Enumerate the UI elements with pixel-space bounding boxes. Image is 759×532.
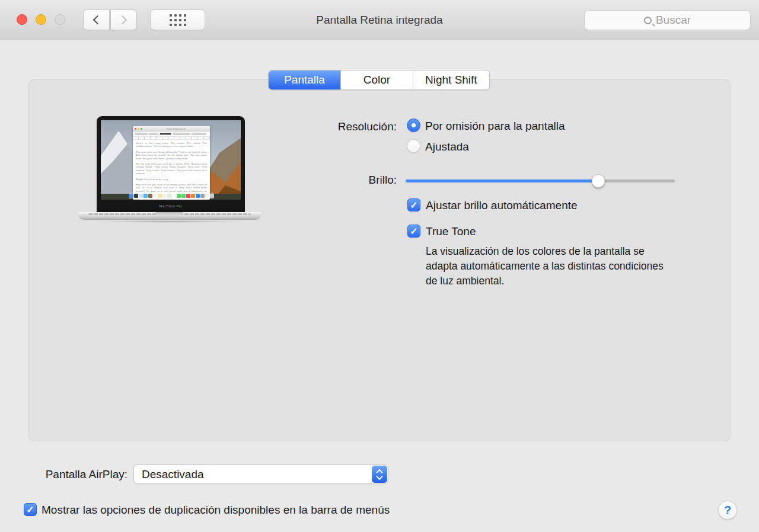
question-mark-icon: ? (724, 504, 731, 517)
search-input[interactable]: Buscar (584, 10, 751, 30)
mirroring-checkbox[interactable]: ✓ (24, 503, 37, 516)
checkmark-icon: ✓ (26, 504, 34, 515)
textedit-paragraph: Here's to the crazy ones. The misfits. T… (136, 142, 207, 148)
system-preferences-window: Pantalla Retina integrada Buscar Pantall… (0, 0, 759, 532)
dock (129, 193, 214, 199)
brightness-label: Brillo: (266, 174, 397, 187)
auto-brightness-checkbox[interactable]: ✓ (407, 198, 420, 211)
chevron-left-icon (93, 15, 103, 25)
brightness-slider[interactable] (406, 174, 675, 188)
macbook-wallpaper: Think Different.rtf Here's to the crazy … (101, 120, 241, 200)
radio-default-resolution-label[interactable]: Por omisión para la pantalla (425, 120, 565, 133)
grid-icon (170, 14, 186, 26)
dock-icon-appstore (196, 194, 200, 198)
auto-brightness-label[interactable]: Ajustar brillo automáticamente (426, 199, 578, 212)
display-settings-panel: Think Different.rtf Here's to the crazy … (28, 79, 731, 441)
dock-icon-document (205, 194, 209, 198)
textedit-paragraph: The ones who see things differently. The… (136, 150, 207, 160)
radio-scaled-resolution-label[interactable]: Ajustada (425, 140, 469, 153)
close-button[interactable] (17, 14, 27, 25)
textedit-window: Think Different.rtf Here's to the crazy … (133, 126, 210, 200)
checkmark-icon: ✓ (410, 226, 417, 237)
tab-night-shift[interactable]: Night Shift (413, 70, 489, 89)
dock-icon-reminders (162, 194, 167, 198)
radio-scaled-resolution[interactable] (407, 139, 420, 153)
show-all-button[interactable] (150, 9, 205, 30)
dock-icon-finder (129, 194, 133, 198)
mini-zoom-icon (141, 128, 142, 130)
dock-icon-books (191, 194, 195, 198)
mini-close-icon (135, 128, 136, 130)
dock-icon-itunes (186, 194, 190, 198)
chevron-right-icon (118, 15, 127, 25)
macbook-shadow (95, 220, 244, 223)
forward-button (110, 9, 137, 30)
dock-icon-maps (167, 194, 171, 198)
textedit-paragraph: Maybe they have to be crazy. (136, 178, 207, 181)
textedit-toolbar (133, 132, 210, 137)
minimize-button[interactable] (36, 14, 46, 25)
airplay-dropdown-value: Desactivada (134, 468, 204, 481)
true-tone-checkbox[interactable]: ✓ (407, 225, 420, 238)
textedit-title: Think Different.rtf (143, 127, 208, 130)
dock-icon-facetime (181, 194, 186, 198)
true-tone-label[interactable]: True Tone (426, 225, 476, 238)
macbook-base (78, 212, 261, 220)
brightness-slider-thumb[interactable] (591, 174, 605, 188)
macbook-notch (156, 212, 183, 215)
resolution-label: Resolución: (266, 120, 397, 133)
radio-default-resolution[interactable] (407, 118, 420, 132)
search-icon (644, 17, 652, 24)
tab-pantalla[interactable]: Pantalla (269, 70, 341, 89)
dock-icon-notes (158, 194, 162, 198)
mini-minimize-icon (138, 128, 139, 130)
macbook-screen: Think Different.rtf Here's to the crazy … (97, 116, 245, 212)
mirroring-label[interactable]: Mostrar las opciones de duplicación disp… (42, 504, 390, 517)
dock-icon-calendar (153, 194, 157, 198)
macbook-illustration: Think Different.rtf Here's to the crazy … (75, 116, 264, 227)
dock-icon-contacts (148, 194, 152, 198)
dock-icon-trash (210, 194, 214, 198)
checkmark-icon: ✓ (410, 200, 417, 211)
dock-icon-safari (139, 194, 143, 198)
airplay-dropdown[interactable]: Desactivada (133, 464, 388, 484)
macbook-model-label: MacBook Pro (101, 200, 241, 212)
back-button[interactable] (83, 9, 110, 30)
dropdown-stepper-icon (372, 466, 387, 483)
dock-icon-siri (134, 194, 138, 198)
textedit-paragraph: But the only thing you can't do is ignor… (136, 162, 207, 175)
tab-bar: Pantalla Color Night Shift (268, 70, 490, 90)
true-tone-description: La visualización de los colores de la pa… (426, 244, 675, 289)
textedit-body: Here's to the crazy ones. The misfits. T… (133, 140, 210, 200)
zoom-button (55, 14, 65, 25)
dock-icon-photos (172, 194, 176, 198)
textedit-titlebar: Think Different.rtf (133, 126, 210, 132)
help-button[interactable]: ? (718, 501, 737, 520)
tab-color[interactable]: Color (341, 70, 413, 89)
brightness-slider-fill (406, 180, 598, 182)
airplay-label: Pantalla AirPlay: (12, 468, 127, 481)
chevron-down-icon (376, 473, 382, 479)
titlebar: Pantalla Retina integrada Buscar (0, 0, 759, 40)
dock-icon-mail (143, 194, 148, 198)
dock-icon-systemprefs (200, 194, 205, 198)
search-placeholder: Buscar (656, 14, 691, 27)
dock-icon-messages (177, 194, 181, 198)
